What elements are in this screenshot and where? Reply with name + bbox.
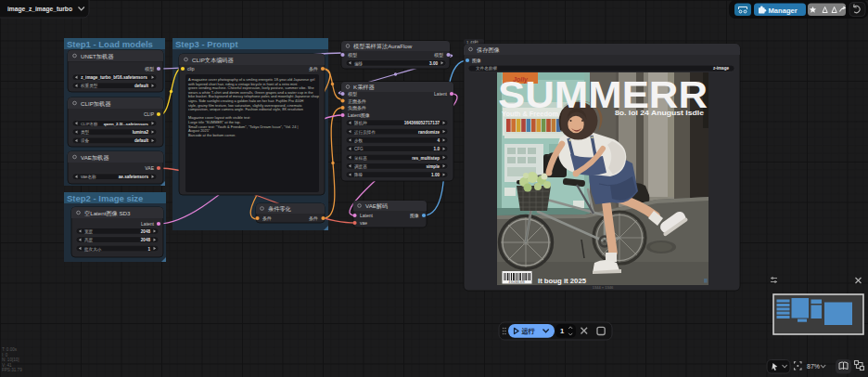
svg-text:VAE解码: VAE解码 — [365, 202, 388, 210]
svg-text:image_z_image_turbo: image_z_image_turbo — [7, 5, 72, 13]
svg-text:simple: simple — [426, 164, 440, 169]
svg-text:qwen_2.5l...safetensors: qwen_2.5l...safetensors — [104, 122, 149, 126]
svg-text:ae.safetensors: ae.safetensors — [119, 175, 149, 179]
svg-text:1344 × 1346: 1344 × 1346 — [593, 285, 614, 290]
svg-text:N: 10[10]: N: 10[10] — [2, 358, 19, 362]
svg-text:z-image: z-image — [713, 66, 730, 71]
svg-text:批次大小: 批次大小 — [83, 246, 102, 253]
svg-text:设备: 设备 — [81, 137, 90, 143]
svg-text:条件: 条件 — [309, 66, 318, 72]
svg-text:正面条件: 正面条件 — [348, 98, 366, 105]
svg-text:1: 1 — [147, 247, 150, 252]
svg-text:Barcode at the bottom corner.: Barcode at the bottom corner. — [188, 133, 236, 137]
svg-text:Latent: Latent — [434, 91, 448, 97]
svg-text:模型: 模型 — [348, 91, 357, 98]
svg-text:87%: 87% — [807, 363, 820, 370]
svg-text:2048: 2048 — [141, 238, 151, 242]
svg-text:Manager: Manager — [769, 6, 798, 15]
svg-text:lumina2: lumina2 — [133, 130, 149, 135]
svg-text:图像: 图像 — [410, 213, 419, 219]
svg-text:default: default — [134, 138, 149, 143]
svg-text:负面条件: 负面条件 — [348, 105, 366, 111]
svg-text:运行后操作: 运行后操作 — [353, 129, 376, 136]
svg-text:randomize: randomize — [418, 130, 440, 135]
svg-text:运行: 运行 — [521, 327, 536, 335]
svg-text:模型: 模型 — [434, 52, 443, 58]
svg-text:1.0: 1.0 — [434, 147, 440, 151]
svg-text:图像: 图像 — [472, 58, 481, 64]
svg-text:文件名前缀: 文件名前缀 — [476, 66, 497, 71]
svg-text:VAE: VAE — [145, 165, 154, 171]
svg-text:CLIP名称: CLIP名称 — [81, 122, 98, 126]
svg-text:K采样器: K采样器 — [353, 84, 376, 91]
svg-text:Step2 - Image size: Step2 - Image size — [67, 193, 143, 203]
svg-text:采样器: 采样器 — [354, 156, 367, 161]
svg-text:z_image_turbo_bf16.safetensors: z_image_turbo_bf16.safetensors — [81, 75, 147, 80]
svg-text:Latent: Latent — [141, 221, 155, 227]
svg-text:类型: 类型 — [81, 129, 90, 136]
svg-text:CLIP文本编码器: CLIP文本编码器 — [192, 57, 235, 64]
svg-text:V: 41: V: 41 — [2, 363, 12, 368]
svg-text:降噪: 降噪 — [354, 172, 364, 177]
svg-text:调度器: 调度器 — [354, 163, 367, 170]
svg-text:Latent图像: Latent图像 — [348, 112, 370, 119]
svg-text:3.00: 3.00 — [429, 61, 438, 66]
svg-text:FPS:31.79: FPS:31.79 — [2, 368, 22, 372]
svg-text:CLIP加载器: CLIP加载器 — [81, 100, 111, 108]
svg-text:保存图像: 保存图像 — [477, 46, 500, 54]
svg-text:Step1 - Load models: Step1 - Load models — [67, 39, 153, 49]
svg-text:空Latent图像 SD3: 空Latent图像 SD3 — [84, 210, 131, 217]
svg-text:随机种: 随机种 — [354, 120, 367, 126]
svg-text:I: 0: I: 0 — [2, 353, 8, 358]
svg-text:模型: 模型 — [145, 66, 154, 72]
svg-text:4: 4 — [437, 138, 440, 143]
svg-text:164366052717137: 164366052717137 — [404, 121, 440, 125]
svg-text:CFG: CFG — [354, 147, 364, 151]
svg-text:1.00: 1.00 — [431, 173, 440, 177]
svg-text:条件零化: 条件零化 — [268, 205, 292, 213]
svg-text:UNET加载器: UNET加载器 — [81, 53, 114, 60]
svg-text:模型: 模型 — [348, 52, 357, 58]
svg-text:clip: clip — [187, 66, 195, 72]
svg-text:default: default — [134, 84, 149, 88]
svg-text:条件: 条件 — [262, 215, 272, 221]
svg-text:Latent: Latent — [360, 213, 374, 218]
svg-text:步数: 步数 — [354, 138, 364, 143]
svg-text:模型采样算法AuraFlow: 模型采样算法AuraFlow — [353, 43, 413, 50]
svg-text:条件: 条件 — [309, 215, 318, 221]
svg-text:2048: 2048 — [141, 229, 151, 234]
svg-text:composition, unique camera ang: composition, unique camera angle. Fashio… — [188, 107, 303, 111]
svg-text:vae: vae — [360, 220, 367, 226]
svg-text:VAE加载器: VAE加载器 — [81, 154, 109, 162]
svg-text:权重类型: 权重类型 — [80, 83, 98, 89]
svg-text:Step3 - Prompt: Step3 - Prompt — [175, 39, 238, 49]
svg-text:vae名称: vae名称 — [81, 175, 96, 179]
svg-text:T: 0.00s: T: 0.00s — [2, 347, 18, 352]
svg-text:CLIP: CLIP — [144, 111, 155, 117]
svg-text:res_multistep: res_multistep — [412, 156, 440, 161]
